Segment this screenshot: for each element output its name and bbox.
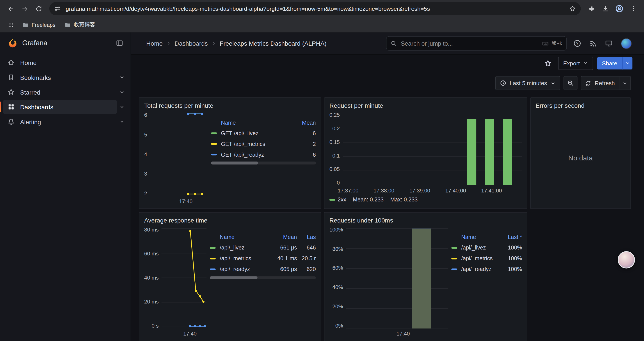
favorite-dashboard-button[interactable] bbox=[542, 57, 554, 69]
scrollbar-thumb[interactable] bbox=[210, 276, 258, 279]
sidebar-item-label: Starred bbox=[20, 89, 40, 96]
series-mean: 605 µs bbox=[272, 266, 297, 272]
chevron-down-icon bbox=[119, 89, 125, 95]
y-axis-tick: 20 ms bbox=[144, 299, 159, 304]
series-name[interactable]: /api/_readyz bbox=[220, 266, 269, 272]
series-max: Max: 0.233 bbox=[390, 197, 418, 203]
series-last: 20.5 r bbox=[300, 255, 316, 261]
extensions-button[interactable] bbox=[585, 2, 598, 15]
legend-col-name[interactable]: Name bbox=[220, 234, 269, 240]
breadcrumb: Home Dashboards Freeleaps Metrics Dashbo… bbox=[146, 40, 326, 47]
bar-chart[interactable] bbox=[346, 227, 448, 329]
panel-title[interactable]: Errors per second bbox=[536, 102, 625, 109]
legend-scrollbar[interactable] bbox=[211, 162, 316, 165]
panel-average-response-time: Average response time 80 ms60 ms40 ms20 … bbox=[139, 212, 321, 341]
series-name[interactable]: /api/_metrics bbox=[220, 255, 269, 261]
expand-bookmarks-button[interactable] bbox=[116, 72, 127, 83]
site-info-icon[interactable] bbox=[54, 5, 61, 12]
help-icon: ? bbox=[574, 40, 581, 47]
legend-col-last[interactable]: Las bbox=[300, 234, 316, 240]
clock-icon bbox=[500, 80, 506, 87]
series-name[interactable]: GET /api/_readyz bbox=[221, 152, 290, 158]
series-name[interactable]: /api/_livez bbox=[220, 245, 269, 251]
line-chart[interactable] bbox=[150, 112, 208, 196]
series-name[interactable]: GET /api/_metrics bbox=[221, 141, 290, 147]
bookmark-item[interactable]: 收藏博客 bbox=[61, 19, 99, 30]
legend-col-mean[interactable]: Mean bbox=[272, 234, 297, 240]
no-data-message: No data bbox=[536, 112, 625, 204]
zoom-out-button[interactable] bbox=[564, 76, 578, 90]
zoom-out-icon bbox=[567, 80, 574, 87]
reload-button[interactable] bbox=[32, 2, 45, 15]
panel-request-per-minute: Request per minute 0.250.20.150.10.050 1… bbox=[324, 98, 527, 209]
breadcrumb-home[interactable]: Home bbox=[146, 40, 163, 47]
floating-avatar-button[interactable] bbox=[618, 251, 635, 269]
search-input[interactable] bbox=[400, 40, 539, 47]
back-button[interactable] bbox=[4, 2, 17, 15]
legend-col-mean[interactable]: Mean bbox=[293, 120, 316, 126]
share-button[interactable]: Share bbox=[597, 57, 622, 69]
sidebar-link-starred[interactable]: Starred bbox=[3, 85, 116, 99]
apps-button[interactable] bbox=[5, 19, 16, 30]
kiosk-button[interactable] bbox=[605, 40, 613, 47]
url-input[interactable] bbox=[65, 5, 567, 12]
panel-title[interactable]: Requests under 100ms bbox=[330, 217, 522, 224]
legend-col-last[interactable]: Last * bbox=[502, 234, 522, 240]
sidebar-link-bookmarks[interactable]: Bookmarks bbox=[3, 70, 116, 84]
x-axis: 17:37:0017:38:0017:39:0017:40:0017:41:00 bbox=[342, 185, 522, 193]
expand-alerting-button[interactable] bbox=[116, 116, 127, 127]
panel-title[interactable]: Average response time bbox=[144, 217, 316, 224]
expand-dashboards-button[interactable] bbox=[116, 102, 127, 112]
browser-profile-button[interactable] bbox=[613, 2, 626, 15]
legend-row: /api/_livez 100% bbox=[451, 242, 522, 253]
user-avatar[interactable] bbox=[621, 38, 632, 49]
x-axis-tick: 17:40 bbox=[396, 330, 410, 336]
bookmark-star-button[interactable] bbox=[567, 3, 578, 14]
refresh-interval-button[interactable] bbox=[619, 77, 630, 90]
breadcrumb-dashboards[interactable]: Dashboards bbox=[174, 40, 208, 47]
y-axis-tick: 20% bbox=[332, 304, 343, 309]
legend-col-name[interactable]: Name bbox=[461, 234, 499, 240]
search-box[interactable]: ⌘+k bbox=[386, 36, 566, 51]
refresh-button[interactable]: Refresh bbox=[581, 77, 619, 90]
series-name[interactable]: /api/_metrics bbox=[461, 255, 499, 261]
apps-grid-icon bbox=[8, 22, 14, 28]
news-button[interactable] bbox=[590, 40, 597, 47]
panel-title[interactable]: Total requests per minute bbox=[144, 102, 316, 109]
x-axis-tick: 17:40 bbox=[179, 198, 192, 204]
chevron-down-icon bbox=[119, 104, 125, 110]
legend-col-name[interactable]: Name bbox=[221, 120, 290, 126]
breadcrumb-current: Freeleaps Metrics Dashboard (ALPHA) bbox=[220, 40, 326, 47]
series-name[interactable]: GET /api/_livez bbox=[221, 130, 290, 137]
panel-title[interactable]: Request per minute bbox=[330, 102, 522, 109]
sidebar-link-home[interactable]: Home bbox=[3, 56, 127, 70]
share-menu-button[interactable] bbox=[622, 57, 632, 69]
help-button[interactable]: ? bbox=[574, 40, 581, 47]
legend-scrollbar[interactable] bbox=[210, 276, 316, 279]
series-name[interactable]: 2xx bbox=[338, 197, 346, 203]
address-bar[interactable] bbox=[49, 2, 581, 15]
bar-chart[interactable] bbox=[342, 112, 522, 185]
sidebar-item-label: Dashboards bbox=[20, 103, 54, 110]
sidebar-collapse-button[interactable] bbox=[114, 38, 125, 49]
export-label: Export bbox=[563, 60, 580, 67]
time-range-picker[interactable]: Last 5 minutes bbox=[496, 76, 560, 90]
sidebar-link-alerting[interactable]: Alerting bbox=[3, 115, 116, 129]
sidebar-item-home: Home bbox=[0, 56, 127, 70]
browser-menu-button[interactable] bbox=[627, 2, 640, 15]
line-chart[interactable] bbox=[162, 227, 206, 329]
series-name[interactable]: /api/_readyz bbox=[461, 266, 499, 272]
sidebar-link-dashboards[interactable]: Dashboards bbox=[3, 100, 116, 114]
y-axis-tick: 80 ms bbox=[144, 227, 159, 232]
sidebar-nav: Home Bookmarks Starred bbox=[0, 54, 131, 129]
expand-starred-button[interactable] bbox=[116, 87, 127, 97]
bell-icon bbox=[8, 118, 15, 126]
y-axis-tick: 60% bbox=[332, 265, 343, 270]
bookmark-item[interactable]: Freeleaps bbox=[19, 20, 58, 30]
series-name[interactable]: /api/_livez bbox=[461, 245, 499, 251]
forward-button[interactable] bbox=[18, 2, 31, 15]
scrollbar-thumb[interactable] bbox=[211, 162, 258, 165]
export-button[interactable]: Export bbox=[558, 57, 593, 70]
y-axis-tick: 0.2 bbox=[332, 126, 340, 131]
downloads-button[interactable] bbox=[599, 2, 612, 15]
